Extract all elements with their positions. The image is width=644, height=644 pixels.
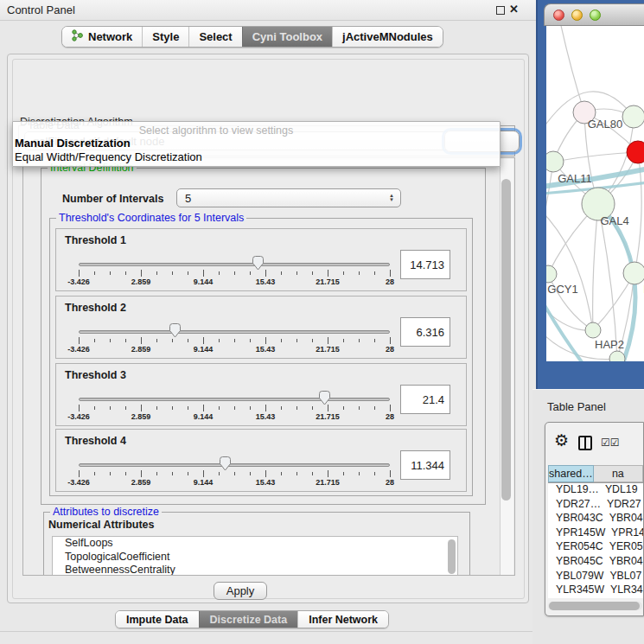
cell-shared-name[interactable]: YBL079W [548, 570, 603, 584]
threshold-2-value-field[interactable]: 6.316 [400, 317, 450, 347]
tab-network[interactable]: Network [62, 27, 142, 47]
cell-shared-name[interactable]: YLR345W [548, 583, 604, 598]
list-item[interactable]: TopologicalCoefficient [53, 551, 457, 564]
popup-item-manual-discretization[interactable]: Manual Discretization [13, 137, 500, 150]
checkbox-icons[interactable]: ☑☑ [601, 437, 620, 449]
cell-name[interactable]: YLR34 [604, 583, 643, 598]
tab-cyni-toolbox[interactable]: Cyni Toolbox [242, 27, 332, 47]
tick [188, 406, 188, 410]
cell-name[interactable]: YBR04 [603, 512, 643, 526]
tab-select[interactable]: Select [188, 27, 241, 47]
table-row[interactable]: YDR27…YDR27 [548, 498, 643, 513]
cell-shared-name[interactable]: YPR145W [548, 526, 605, 541]
close-icon[interactable]: ✕ [509, 3, 519, 16]
minimize-traffic-light-icon[interactable] [571, 10, 583, 21]
list-item[interactable]: SelfLoops [53, 537, 457, 551]
list-scrollbar-thumb[interactable] [448, 539, 456, 574]
cell-name[interactable]: YBL07 [603, 570, 643, 584]
table-row[interactable]: YER054CYER05 [548, 540, 643, 555]
float-window-icon[interactable] [496, 6, 505, 15]
network-edge-thick[interactable] [546, 301, 588, 361]
tick-marks [79, 270, 390, 277]
tick [265, 470, 266, 477]
tab-label: Network [88, 30, 132, 43]
vertical-scrollbar-thumb[interactable] [501, 179, 511, 501]
column-layout-icon[interactable] [578, 436, 592, 450]
threshold-3-slider-track[interactable] [79, 398, 390, 401]
tab-infer-network[interactable]: Infer Network [297, 611, 388, 628]
cell-name[interactable]: YPR14 [605, 526, 643, 541]
network-view-canvas[interactable]: GAL80GAL11GAL4GCY1HHAP2 [546, 26, 644, 361]
network-edge[interactable] [593, 204, 598, 330]
tick [94, 271, 95, 275]
list-item[interactable]: BetweennessCentrality [53, 564, 457, 576]
threshold-4-slider-track[interactable] [79, 463, 390, 467]
cell-name[interactable]: YER05 [603, 540, 643, 555]
number-of-intervals-combobox[interactable]: 5 ▲▼ [176, 188, 401, 207]
table-row[interactable]: YBL079WYBL07 [548, 570, 643, 584]
network-node-gal11[interactable] [546, 151, 564, 172]
network-node[interactable] [622, 105, 644, 128]
tab-style[interactable]: Style [142, 27, 188, 47]
cell-name[interactable]: YBR04 [603, 555, 643, 570]
tab-jactivemnodules[interactable]: jActiveMNodules [332, 27, 443, 47]
threshold-3-slider-thumb[interactable] [318, 391, 331, 405]
apply-button[interactable]: Apply [214, 582, 267, 600]
threshold-1-slider-track[interactable] [79, 263, 390, 266]
tab-discretize-data[interactable]: Discretize Data [199, 611, 298, 628]
table-row[interactable]: YBR045CYBR04 [548, 555, 643, 570]
table-row[interactable]: YBR043CYBR04 [548, 512, 643, 526]
tab-label: Discretize Data [210, 614, 288, 626]
threshold-2-slider-track[interactable] [79, 330, 390, 334]
cell-shared-name[interactable]: YDR27… [548, 498, 601, 513]
network-node-h[interactable] [623, 262, 644, 284]
table-row[interactable]: YLR345WYLR34 [548, 583, 643, 598]
column-header-name[interactable]: na [594, 465, 643, 482]
close-traffic-light-icon[interactable] [553, 10, 564, 21]
tick [359, 406, 360, 410]
stepper-arrows-icon: ▲▼ [389, 189, 394, 207]
tick [79, 270, 80, 277]
table-row[interactable]: YPR145WYPR14 [548, 526, 643, 541]
gear-icon[interactable]: ⚙ [554, 432, 569, 449]
table-row[interactable]: YDL19…YDL19 [548, 483, 643, 498]
tick-label: -3.426 [67, 277, 90, 286]
numerical-attributes-list[interactable]: SelfLoopsTopologicalCoefficientBetweenne… [52, 536, 458, 576]
network-node-hap2[interactable] [585, 322, 601, 338]
cell-shared-name[interactable]: YBR043C [548, 512, 603, 526]
settings-scrollpane: Interval Definition Number of Intervals … [22, 157, 515, 576]
cell-name[interactable]: YDL19 [599, 483, 643, 498]
tick [156, 472, 157, 475]
threshold-4-slider-thumb[interactable] [219, 456, 232, 471]
network-node[interactable] [627, 141, 644, 163]
tick-label: 9.144 [194, 412, 214, 421]
node-table: shared… na YDL19…YDL19YDR27…YDR27YBR043C… [548, 465, 643, 598]
threshold-1-slider-thumb[interactable] [252, 256, 265, 271]
threshold-4-value-field[interactable]: 11.344 [400, 450, 450, 480]
tick-label: 28 [386, 277, 394, 286]
zoom-traffic-light-icon[interactable] [590, 10, 601, 21]
tick [156, 339, 157, 342]
vertical-scrollbar-track[interactable] [500, 158, 513, 575]
threshold-1-value-field[interactable]: 14.713 [400, 250, 450, 279]
cell-shared-name[interactable]: YDL19… [548, 483, 599, 498]
popup-item-equal-width[interactable]: Equal Width/Frequency Discretization [13, 150, 500, 164]
tick [203, 405, 204, 411]
column-header-shared-name[interactable]: shared… [548, 465, 594, 482]
tick [296, 271, 297, 275]
network-node[interactable] [609, 351, 625, 361]
threshold-2-slider-thumb[interactable] [169, 323, 182, 338]
horizontal-scrollbar-track[interactable] [548, 602, 642, 610]
network-window-titlebar[interactable] [544, 3, 644, 26]
network-edge[interactable] [560, 26, 584, 112]
cell-shared-name[interactable]: YER054C [548, 540, 603, 555]
horizontal-scrollbar-thumb[interactable] [549, 602, 640, 610]
cell-shared-name[interactable]: YBR045C [548, 555, 603, 570]
cell-name[interactable]: YDR27 [601, 498, 643, 513]
network-node-gcy1[interactable] [546, 265, 557, 283]
threshold-3-value-field[interactable]: 21.4 [400, 385, 450, 414]
table-header-row: shared… na [548, 465, 643, 483]
tab-impute-data[interactable]: Impute Data [116, 611, 199, 628]
tick [94, 339, 95, 342]
tick-labels: -3.4262.8599.14415.4321.71528 [79, 412, 390, 422]
